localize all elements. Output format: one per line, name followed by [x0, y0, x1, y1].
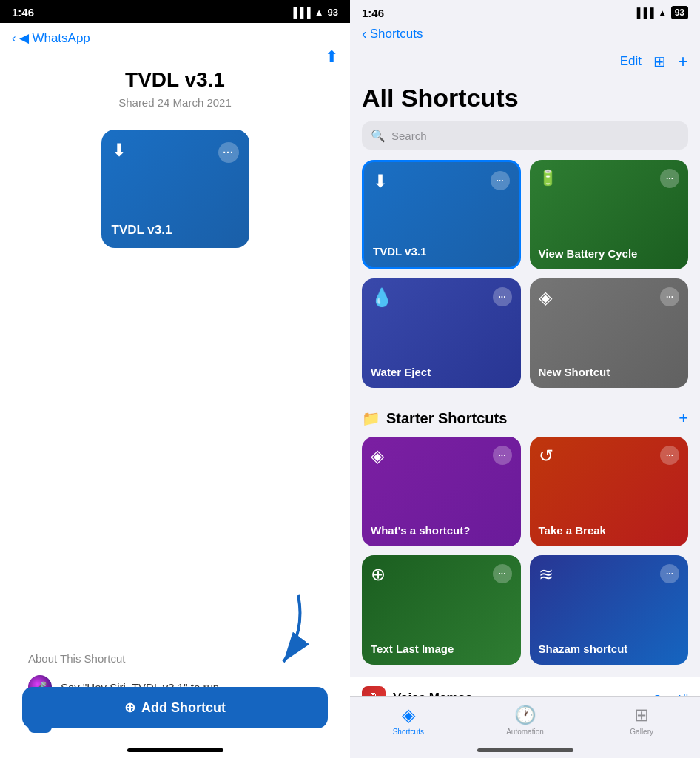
tile-icon-whats: ◈ [371, 446, 384, 466]
three-dots-whats[interactable]: ··· [493, 446, 512, 465]
shortcuts-tab-label: Shortcuts [393, 728, 424, 736]
shortcut-tile-whats[interactable]: ◈ ··· What's a shortcut? [362, 437, 521, 546]
grid-icon[interactable]: ⊞ [653, 53, 666, 70]
three-dots-break[interactable]: ··· [660, 446, 679, 465]
tile-icon-shazam: ≋ [539, 564, 553, 585]
shortcuts-grid: ⬇ ··· TVDL v3.1 🔋 ··· View Battery Cycle… [350, 160, 700, 388]
tile-top-tvdl: ⬇ ··· [373, 171, 510, 192]
search-bar[interactable]: 🔍 Search [362, 121, 688, 150]
tile-icon-text-image: ⊕ [371, 564, 386, 585]
add-shortcut-button[interactable]: ⊕ Add Shortcut [22, 687, 328, 728]
tab-gallery[interactable]: ⊞ Gallery [583, 705, 700, 736]
edit-button[interactable]: Edit [620, 54, 642, 69]
nav-right-icons: Edit ⊞ + [620, 51, 688, 72]
tile-top-new: ◈ ··· [539, 287, 680, 308]
home-indicator-right [477, 748, 573, 752]
battery-right: 93 [671, 6, 688, 19]
about-title: About This Shortcut [28, 652, 322, 665]
right-panel: 1:46 ▐▐▐ ▲ 93 ‹ Shortcuts Edit ⊞ + All S… [350, 0, 700, 758]
status-icons-left: ▐▐▐ ▲ 93 [290, 7, 338, 18]
back-link-left[interactable]: ‹ ◀ WhatsApp [12, 30, 338, 46]
share-icon-top: ⬆ [325, 47, 338, 66]
share-button-top[interactable]: ⬆ [325, 47, 338, 67]
shortcut-tile-text-image[interactable]: ⊕ ··· Text Last Image [362, 555, 521, 665]
folder-icon: 📁 [362, 409, 380, 427]
section-header-left: 📁 Starter Shortcuts [362, 409, 507, 427]
battery-left: 93 [328, 7, 338, 18]
status-bar-left: 1:46 ▐▐▐ ▲ 93 [0, 0, 350, 23]
wifi-icon-right: ▲ [658, 7, 667, 19]
tile-label-new: New Shortcut [539, 365, 680, 380]
tab-automation[interactable]: 🕐 Automation [467, 705, 584, 736]
tile-icon-break: ↺ [539, 446, 553, 466]
shortcut-tile-tvdl[interactable]: ⬇ ··· TVDL v3.1 [362, 160, 521, 269]
shortcut-tile-water[interactable]: 💧 ··· Water Eject [362, 278, 521, 388]
starter-shortcuts-header: 📁 Starter Shortcuts + [350, 403, 700, 437]
tile-top-whats: ◈ ··· [371, 446, 512, 466]
shortcut-tile-battery[interactable]: 🔋 ··· View Battery Cycle [530, 160, 689, 269]
signal-icon: ▐▐▐ [290, 7, 311, 18]
tile-top-break: ↺ ··· [539, 446, 680, 466]
shortcut-tile-break[interactable]: ↺ ··· Take a Break [530, 437, 689, 546]
voice-memos-left: 🎙 Voice Memos [362, 686, 472, 696]
tab-shortcuts[interactable]: ◈ Shortcuts [350, 705, 467, 736]
three-dots-battery[interactable]: ··· [660, 169, 679, 188]
back-link-right[interactable]: ‹ Shortcuts [362, 25, 688, 42]
tile-top-water: 💧 ··· [371, 287, 512, 308]
tile-label-tvdl: TVDL v3.1 [373, 244, 510, 259]
add-label: Add Shortcut [141, 700, 226, 716]
tile-label-whats: What's a shortcut? [371, 523, 512, 538]
add-icon: ⊕ [124, 700, 135, 716]
starter-section-title: Starter Shortcuts [386, 410, 507, 427]
tile-label-text-image: Text Last Image [371, 642, 512, 657]
three-dots-new[interactable]: ··· [660, 287, 679, 306]
three-dots-water[interactable]: ··· [493, 287, 512, 306]
tile-icon-new: ◈ [539, 287, 552, 308]
tile-label-shazam: Shazam shortcut [539, 642, 680, 657]
section-add-button[interactable]: + [679, 409, 688, 428]
tile-label-water: Water Eject [371, 365, 512, 380]
tile-label-break: Take a Break [539, 523, 680, 538]
time-right: 1:46 [362, 7, 384, 19]
voice-memos-title: Voice Memos [393, 691, 472, 696]
app-date: Shared 24 March 2021 [118, 96, 232, 109]
tile-icon-tvdl: ⬇ [373, 171, 388, 192]
main-scroll: All Shortcuts 🔍 Search ⬇ ··· TVDL v3.1 🔋… [350, 78, 700, 696]
wifi-icon: ▲ [314, 7, 324, 18]
left-content: TVDL v3.1 Shared 24 March 2021 ⬇ ··· TVD… [0, 53, 350, 758]
app-title: TVDL v3.1 [125, 68, 225, 92]
voice-memos-icon: 🎙 [362, 686, 386, 696]
automation-tab-icon: 🕐 [514, 705, 536, 725]
tile-icon-water: 💧 [371, 287, 393, 308]
search-icon: 🔍 [371, 129, 386, 143]
shortcut-tile-new[interactable]: ◈ ··· New Shortcut [530, 278, 689, 388]
shortcuts-tab-icon: ◈ [402, 705, 415, 725]
add-icon-nav[interactable]: + [678, 51, 688, 72]
tile-icon-battery: 🔋 [539, 169, 557, 187]
shortcut-tile-shazam[interactable]: ≋ ··· Shazam shortcut [530, 555, 689, 665]
status-bar-right: 1:46 ▐▐▐ ▲ 93 [350, 0, 700, 24]
signal-icon-right: ▐▐▐ [633, 7, 654, 19]
three-dots-tvdl[interactable]: ··· [491, 171, 510, 190]
three-dots-card[interactable]: ··· [218, 142, 239, 163]
three-dots-text-image[interactable]: ··· [493, 564, 512, 583]
three-dots-shazam[interactable]: ··· [660, 564, 679, 583]
back-label-right: Shortcuts [370, 27, 423, 41]
back-bar-left: ‹ ◀ WhatsApp [0, 23, 350, 53]
tile-top-battery: 🔋 ··· [539, 169, 680, 188]
nav-bar: Edit ⊞ + [350, 47, 700, 78]
tile-top-shazam: ≋ ··· [539, 564, 680, 585]
download-icon-card: ⬇ [112, 140, 137, 165]
tile-label-battery: View Battery Cycle [539, 246, 680, 261]
gallery-tab-label: Gallery [630, 728, 653, 736]
status-icons-right: ▐▐▐ ▲ 93 [633, 6, 688, 19]
gallery-tab-icon: ⊞ [634, 705, 649, 725]
voice-memos-section: 🎙 Voice Memos See All [350, 677, 700, 696]
shortcut-card-large[interactable]: ⬇ ··· TVDL v3.1 [101, 130, 249, 248]
time-left: 1:46 [12, 6, 34, 19]
page-title: All Shortcuts [350, 78, 700, 121]
back-bar-right: ‹ Shortcuts [350, 24, 700, 47]
chevron-left-icon: ‹ [12, 31, 16, 46]
card-label: TVDL v3.1 [112, 223, 239, 238]
automation-tab-label: Automation [506, 728, 544, 736]
